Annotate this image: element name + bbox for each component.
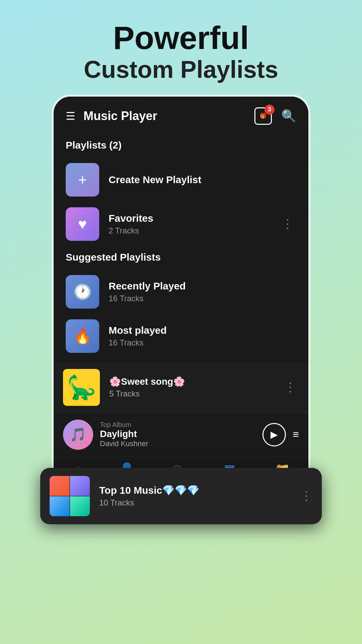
sweet-title: 🌸Sweet song🌸 [109,376,282,387]
suggested-section: Suggested Playlists 🕐 Recently Played 16… [66,252,296,358]
hero-subtitle: Custom Playlists [84,56,278,83]
favorites-tracks: 2 Tracks [109,226,279,235]
top10-floating-card[interactable]: Top 10 Music💎💎💎 10 Tracks ⋮ [40,468,322,524]
art-cell-4 [70,496,90,516]
app-content: Playlists (2) + Create New Playlist ♥ Fa… [54,131,308,361]
play-button[interactable]: ▶ [262,423,286,446]
sweet-more-icon[interactable]: ⋮ [282,378,299,397]
sweet-art: 🦕 [63,369,100,406]
recently-played-tracks: 16 Tracks [109,294,296,303]
gift-icon: 🎁 [260,113,266,119]
top10-tracks: 10 Tracks [99,498,300,507]
favorites-info: Favorites 2 Tracks [109,213,279,235]
create-playlist-name: Create New Playlist [109,174,296,185]
recently-played-name: Recently Played [109,280,296,292]
plus-icon: + [78,171,87,188]
suggested-section-title: Suggested Playlists [66,252,296,263]
ad-icon-wrapper[interactable]: 🎁 3 [254,107,272,125]
favorites-name: Favorites [109,213,279,224]
most-played-info: Most played 16 Tracks [109,325,296,347]
fire-icon: 🔥 [73,327,92,345]
most-played-name: Most played [109,325,296,336]
now-playing-artist: David Kushner [100,439,262,448]
app-title: Music Player [83,109,254,123]
floating-card-wrapper: Top 10 Music💎💎💎 10 Tracks ⋮ [40,468,322,524]
recently-played-thumb: 🕐 [66,275,99,309]
favorites-thumb: ♥ [66,207,99,241]
queue-icon[interactable]: ≡ [293,428,299,441]
art-cell-2 [70,476,90,496]
hero-title: Powerful [113,20,249,56]
favorites-more-icon[interactable]: ⋮ [279,214,296,234]
sweet-info: 🌸Sweet song🌸 5 Tracks [109,376,282,398]
top10-title: Top 10 Music💎💎💎 [99,484,300,496]
most-played-item[interactable]: 🔥 Most played 16 Tracks [66,314,296,358]
now-playing-info: Top Album Daylight David Kushner [100,421,262,448]
now-playing-bar: 🎵 Top Album Daylight David Kushner ▶ ≡ [54,413,308,457]
art-cell-3 [50,496,69,516]
create-playlist-info: Create New Playlist [109,174,296,185]
art-cell-1 [50,476,69,496]
recently-played-item[interactable]: 🕐 Recently Played 16 Tracks [66,270,296,314]
top10-more-icon[interactable]: ⋮ [300,489,312,503]
top10-album-art [50,476,90,516]
now-playing-title: Daylight [100,429,262,439]
most-played-thumb: 🔥 [66,319,99,353]
search-icon[interactable]: 🔍 [281,109,296,123]
ad-badge: 3 [264,105,275,115]
recently-played-info: Recently Played 16 Tracks [109,280,296,303]
clock-icon: 🕐 [73,283,92,301]
create-playlist-item[interactable]: + Create New Playlist [66,158,296,202]
now-playing-label: Top Album [100,421,262,429]
top10-info: Top 10 Music💎💎💎 10 Tracks [99,484,300,507]
favorites-item[interactable]: ♥ Favorites 2 Tracks ⋮ [66,202,296,246]
sweet-song-card[interactable]: 🦕 🌸Sweet song🌸 5 Tracks ⋮ [54,362,308,413]
now-playing-art: 🎵 [63,420,93,450]
playlists-section-title: Playlists (2) [66,140,296,151]
app-header: ☰ Music Player 🎁 3 🔍 [54,97,308,131]
create-thumb: + [66,163,99,197]
sweet-tracks: 5 Tracks [109,389,282,398]
most-played-tracks: 16 Tracks [109,338,296,347]
menu-icon[interactable]: ☰ [66,110,75,122]
phone-frame: ☰ Music Player 🎁 3 🔍 Playlists (2) + Cre… [54,97,308,497]
heart-icon: ♥ [78,216,87,232]
